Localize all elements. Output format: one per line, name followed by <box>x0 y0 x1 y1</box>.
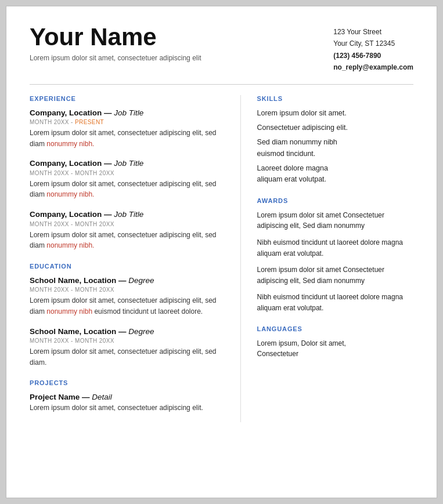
skill-4: Laoreet dolore magnaaliquam erat volutpa… <box>257 163 413 186</box>
project-entry-1: Project Name — Detail Lorem ipsum dolor … <box>30 392 223 413</box>
edu2-date: MONTH 20XX - MONTH 20XX <box>30 338 223 344</box>
languages-section-title: LANGUAGES <box>257 325 413 332</box>
skills-section-title: SKILLS <box>257 95 413 102</box>
education-entry-1: School Name, Location — Degree MONTH 20X… <box>30 275 223 317</box>
lang-1: Lorem ipsum, Dolor sit amet,Consectetuer <box>257 338 413 360</box>
award-2: Nibh euismod tincidunt ut laoreet dolore… <box>257 237 413 259</box>
skill-2: Consectetuer adipiscing elit. <box>257 122 413 133</box>
edu2-desc: Lorem ipsum dolor sit amet, consectetuer… <box>30 346 223 368</box>
exp1-present: PRESENT <box>75 119 104 125</box>
education-entry-2: School Name, Location — Degree MONTH 20X… <box>30 327 223 368</box>
exp2-job: Job Title <box>114 159 143 168</box>
exp3-job: Job Title <box>114 210 143 219</box>
exp3-desc: Lorem ipsum dolor sit amet, consectetuer… <box>30 230 223 251</box>
skill-3: Sed diam nonummy nibheuismod tincidunt. <box>257 137 413 159</box>
exp2-date: MONTH 20XX - MONTH 20XX <box>30 170 223 176</box>
resume-name: Your Name <box>30 24 201 50</box>
proj1-name: Project Name <box>30 393 80 401</box>
exp1-job: Job Title <box>114 108 143 117</box>
exp1-date: MONTH 20XX - PRESENT <box>30 119 223 125</box>
award-1: Lorem ipsum dolor sit amet Consectetuer … <box>257 210 413 231</box>
projects-section-title: PROJECTS <box>30 379 223 386</box>
proj1-desc: Lorem ipsum dolor sit amet, consectetuer… <box>30 403 223 414</box>
edu1-desc: Lorem ipsum dolor sit amet, consectetuer… <box>30 295 223 317</box>
experience-entry-3: Company, Location — Job Title MONTH 20XX… <box>30 209 223 251</box>
awards-section-title: AWARDS <box>257 197 413 204</box>
header-left: Your Name Lorem ipsum dolor sit amet, co… <box>30 24 201 62</box>
skill-1: Lorem ipsum dolor sit amet. <box>257 108 413 119</box>
experience-entry-2: Company, Location — Job Title MONTH 20XX… <box>30 158 223 200</box>
edu2-school: School Name, Location <box>30 327 116 336</box>
resume-page: Your Name Lorem ipsum dolor sit amet, co… <box>6 6 437 498</box>
exp2-title: Company, Location — Job Title <box>30 158 223 169</box>
award-3: Lorem ipsum dolor sit amet Consectetuer … <box>257 264 413 286</box>
exp1-title: Company, Location — Job Title <box>30 108 223 118</box>
edu2-degree: Degree <box>128 327 154 336</box>
edu1-degree: Degree <box>128 276 154 285</box>
exp2-desc: Lorem ipsum dolor sit amet, consectetuer… <box>30 179 223 200</box>
left-column: EXPERIENCE Company, Location — Job Title… <box>30 95 241 423</box>
address-line2: Your City, ST 12345 <box>333 38 413 49</box>
award-4: Nibh euismod tincidunt ut laoreet dolore… <box>257 292 413 313</box>
phone: (123) 456-7890 <box>333 50 413 61</box>
email: no_reply@example.com <box>333 61 413 73</box>
exp1-desc: Lorem ipsum dolor sit amet, consectetuer… <box>30 128 223 149</box>
exp3-title: Company, Location — Job Title <box>30 209 223 220</box>
exp3-date: MONTH 20XX - MONTH 20XX <box>30 221 223 227</box>
education-section-title: EDUCATION <box>30 263 223 270</box>
exp2-company: Company, Location <box>30 159 102 168</box>
proj1-title: Project Name — Detail <box>30 392 223 403</box>
edu2-title: School Name, Location — Degree <box>30 327 223 337</box>
experience-section-title: EXPERIENCE <box>30 95 223 102</box>
exp1-company: Company, Location <box>30 108 102 117</box>
address-line1: 123 Your Street <box>333 26 413 38</box>
edu1-date: MONTH 20XX - MONTH 20XX <box>30 287 223 293</box>
proj1-detail: Detail <box>92 393 112 401</box>
header-right: 123 Your Street Your City, ST 12345 (123… <box>333 26 413 74</box>
exp3-company: Company, Location <box>30 210 102 219</box>
edu1-title: School Name, Location — Degree <box>30 275 223 286</box>
header-tagline: Lorem ipsum dolor sit amet, consectetuer… <box>30 54 201 62</box>
experience-entry-1: Company, Location — Job Title MONTH 20XX… <box>30 108 223 150</box>
two-column-body: EXPERIENCE Company, Location — Job Title… <box>30 95 413 423</box>
header-section: Your Name Lorem ipsum dolor sit amet, co… <box>30 24 413 85</box>
right-column: SKILLS Lorem ipsum dolor sit amet. Conse… <box>241 95 413 423</box>
edu1-school: School Name, Location <box>30 276 116 285</box>
